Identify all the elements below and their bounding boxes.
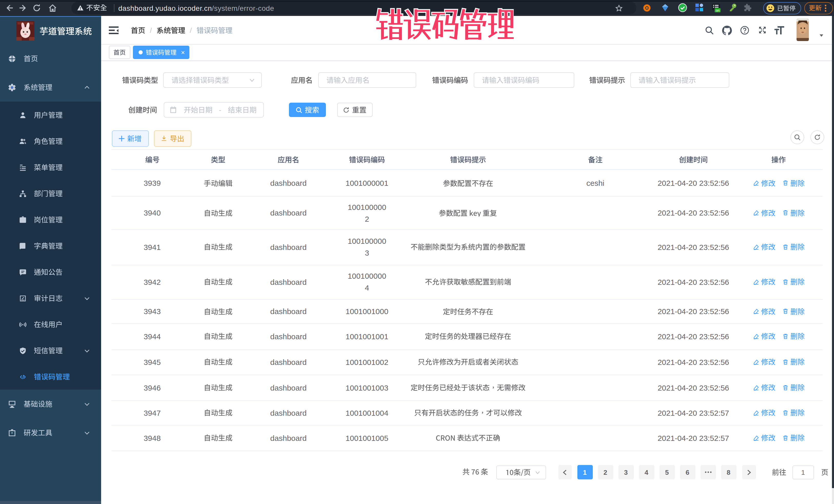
svg-text:on: on bbox=[716, 8, 719, 12]
